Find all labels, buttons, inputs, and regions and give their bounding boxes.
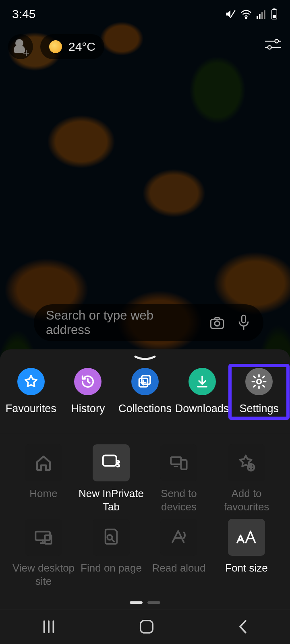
svg-rect-4 — [261, 12, 263, 19]
battery-icon — [271, 8, 278, 20]
desktop-icon — [25, 519, 62, 556]
action-find[interactable]: Find on page — [77, 519, 145, 588]
svg-rect-24 — [103, 456, 116, 466]
svg-rect-41 — [141, 621, 153, 633]
temperature-text: 24°C — [68, 40, 95, 54]
gear-icon — [245, 368, 273, 395]
svg-rect-5 — [264, 10, 265, 19]
clock: 3:45 — [12, 7, 35, 21]
top-chip-row: 24°C — [8, 32, 282, 61]
home-button[interactable] — [138, 618, 155, 636]
menu-label: Downloads — [175, 402, 229, 415]
collections-icon — [131, 368, 159, 395]
action-label: Add to favourites — [213, 487, 280, 513]
menu-label: Favourites — [6, 402, 56, 415]
back-button[interactable] — [236, 619, 250, 635]
profile-add-icon — [14, 40, 27, 54]
system-nav-bar — [0, 609, 290, 644]
action-send-devices[interactable]: Send to devices — [145, 444, 213, 513]
svg-line-36 — [112, 539, 114, 541]
camera-icon[interactable] — [209, 314, 226, 331]
drag-handle[interactable] — [134, 355, 156, 361]
svg-rect-15 — [242, 315, 245, 323]
overflow-menu: FavouritesHistoryCollectionsDownloadsSet… — [0, 349, 290, 644]
find-icon — [93, 519, 130, 556]
page-dot-2[interactable] — [147, 601, 160, 604]
svg-point-14 — [215, 321, 220, 326]
menu-label: Collections — [118, 402, 172, 415]
menu-downloads[interactable]: Downloads — [174, 368, 230, 415]
menu-label: History — [71, 402, 105, 415]
menu-collections[interactable]: Collections — [117, 368, 173, 415]
read-aloud-icon — [160, 519, 197, 556]
menu-settings[interactable]: Settings — [231, 368, 287, 415]
signal-icon — [256, 9, 267, 19]
action-font-size[interactable]: Font size — [213, 519, 280, 588]
action-label: Read aloud — [152, 561, 206, 587]
menu-favourites[interactable]: Favourites — [3, 368, 59, 415]
svg-point-12 — [268, 45, 271, 49]
star-icon — [17, 368, 45, 395]
download-icon — [188, 368, 216, 395]
address-placeholder: Search or type web address — [46, 308, 198, 337]
recents-button[interactable] — [40, 619, 57, 634]
action-home[interactable]: Home — [10, 444, 77, 513]
history-icon — [74, 368, 102, 395]
divider — [0, 434, 290, 434]
svg-point-10 — [275, 39, 278, 43]
svg-rect-25 — [171, 457, 181, 464]
page-dot-1[interactable] — [130, 601, 143, 604]
action-label: Home — [29, 487, 57, 513]
mic-icon[interactable] — [236, 314, 251, 332]
svg-rect-3 — [259, 14, 261, 19]
menu-history[interactable]: History — [60, 368, 116, 415]
send-devices-icon — [160, 444, 197, 481]
svg-point-23 — [257, 380, 261, 384]
action-label: Font size — [225, 561, 268, 587]
action-desktop[interactable]: View desktop site — [10, 519, 77, 588]
action-label: Send to devices — [145, 487, 213, 513]
customize-icon[interactable] — [264, 37, 282, 52]
sun-icon — [49, 40, 62, 53]
svg-line-0 — [230, 10, 235, 18]
menu-label: Settings — [239, 402, 279, 415]
action-inprivate[interactable]: New InPrivate Tab — [77, 444, 145, 513]
profile-chip[interactable] — [8, 34, 33, 59]
action-label: New InPrivate Tab — [77, 487, 145, 513]
status-bar: 3:45 — [0, 0, 290, 28]
action-star-plus[interactable]: Add to favourites — [213, 444, 280, 513]
action-label: Find on page — [81, 561, 142, 587]
address-bar[interactable]: Search or type web address — [34, 304, 263, 341]
star-plus-icon — [228, 444, 265, 481]
mute-icon — [225, 8, 236, 20]
weather-chip[interactable]: 24°C — [40, 34, 104, 59]
svg-rect-2 — [257, 16, 258, 19]
inprivate-icon — [93, 444, 130, 481]
action-label: View desktop site — [10, 561, 77, 588]
font-size-icon — [228, 519, 265, 556]
home-icon — [25, 444, 62, 481]
svg-point-1 — [245, 17, 246, 19]
svg-rect-8 — [273, 15, 276, 19]
wifi-icon — [240, 9, 252, 19]
action-read-aloud[interactable]: Read aloud — [145, 519, 213, 588]
page-indicator — [0, 601, 290, 604]
svg-rect-27 — [181, 460, 186, 469]
